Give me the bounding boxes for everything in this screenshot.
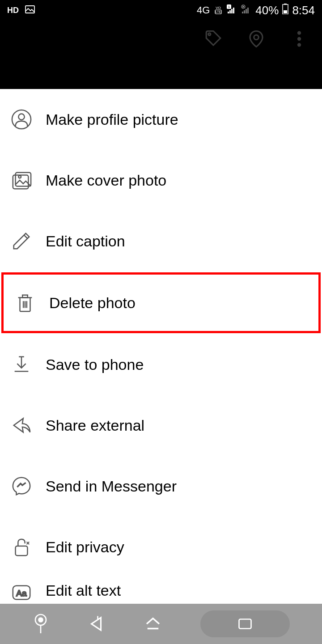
svg-point-24 xyxy=(18,114,24,120)
make-profile-picture-item[interactable]: Make profile picture xyxy=(0,89,322,150)
sim1-signal-icon: 1 xyxy=(227,4,237,16)
edit-privacy-item[interactable]: Edit privacy xyxy=(0,517,322,577)
send-messenger-item[interactable]: Send in Messenger xyxy=(0,456,322,517)
delete-photo-item[interactable]: Delete photo xyxy=(1,272,321,333)
svg-point-32 xyxy=(38,618,42,622)
svg-text:VO: VO xyxy=(216,6,221,10)
photo-header xyxy=(0,21,322,89)
menu-label: Edit caption xyxy=(46,233,125,250)
menu-label: Edit alt text xyxy=(46,582,121,599)
profile-icon xyxy=(11,109,32,130)
picture-icon xyxy=(25,4,35,16)
battery-percent: 40% xyxy=(255,4,279,17)
menu-label: Share external xyxy=(46,417,144,434)
lock-icon xyxy=(11,536,32,558)
svg-text:LTE: LTE xyxy=(216,10,221,13)
svg-point-22 xyxy=(297,43,301,47)
pencil-icon xyxy=(11,230,32,252)
edit-caption-item[interactable]: Edit caption xyxy=(0,211,322,271)
hd-indicator: HD xyxy=(7,6,19,15)
svg-rect-9 xyxy=(233,8,234,13)
sim2-signal-icon xyxy=(241,4,252,16)
svg-point-20 xyxy=(297,31,301,35)
svg-rect-8 xyxy=(231,9,233,13)
svg-point-21 xyxy=(297,37,301,41)
photo-options-menu: Make profile picture Make cover photo Ed… xyxy=(0,89,322,613)
cover-photo-icon xyxy=(11,169,32,191)
alt-text-icon: Aa xyxy=(11,582,32,603)
download-icon xyxy=(11,354,32,375)
svg-text:Aa: Aa xyxy=(16,589,27,598)
svg-rect-12 xyxy=(244,10,245,13)
trash-icon xyxy=(14,292,36,314)
menu-label: Make profile picture xyxy=(46,111,178,128)
menu-label: Edit privacy xyxy=(46,538,124,556)
svg-point-27 xyxy=(18,175,21,178)
menu-label: Send in Messenger xyxy=(46,478,177,495)
svg-text:1: 1 xyxy=(228,5,230,9)
svg-rect-13 xyxy=(246,9,247,13)
make-cover-photo-item[interactable]: Make cover photo xyxy=(0,150,322,211)
messenger-icon xyxy=(11,475,32,497)
share-icon xyxy=(11,415,32,436)
share-external-item[interactable]: Share external xyxy=(0,395,322,456)
save-to-phone-item[interactable]: Save to phone xyxy=(0,334,322,395)
nav-recent-button[interactable] xyxy=(200,610,290,637)
more-icon[interactable] xyxy=(289,29,309,49)
svg-rect-7 xyxy=(229,10,231,13)
svg-rect-33 xyxy=(239,619,251,629)
navigation-bar xyxy=(0,604,322,644)
status-bar: HD 4G VO LTE 1 xyxy=(0,0,322,21)
clock: 8:54 xyxy=(292,4,315,17)
svg-rect-11 xyxy=(242,12,243,13)
location-icon[interactable] xyxy=(246,29,267,49)
menu-label: Delete photo xyxy=(49,294,136,312)
svg-point-18 xyxy=(208,33,211,35)
nav-home-icon[interactable] xyxy=(144,614,162,633)
volte-icon: VO LTE xyxy=(213,5,223,15)
menu-label: Make cover photo xyxy=(46,172,166,189)
svg-point-19 xyxy=(254,35,259,40)
tag-icon[interactable] xyxy=(203,29,224,49)
svg-rect-28 xyxy=(16,546,28,555)
svg-rect-6 xyxy=(228,12,229,13)
svg-rect-14 xyxy=(247,8,249,13)
battery-icon xyxy=(282,4,288,17)
menu-label: Save to phone xyxy=(46,356,144,373)
network-indicator: 4G xyxy=(197,4,210,16)
nav-back-icon[interactable] xyxy=(87,614,106,633)
nav-assistant-icon[interactable] xyxy=(33,613,49,635)
svg-rect-17 xyxy=(284,10,287,13)
